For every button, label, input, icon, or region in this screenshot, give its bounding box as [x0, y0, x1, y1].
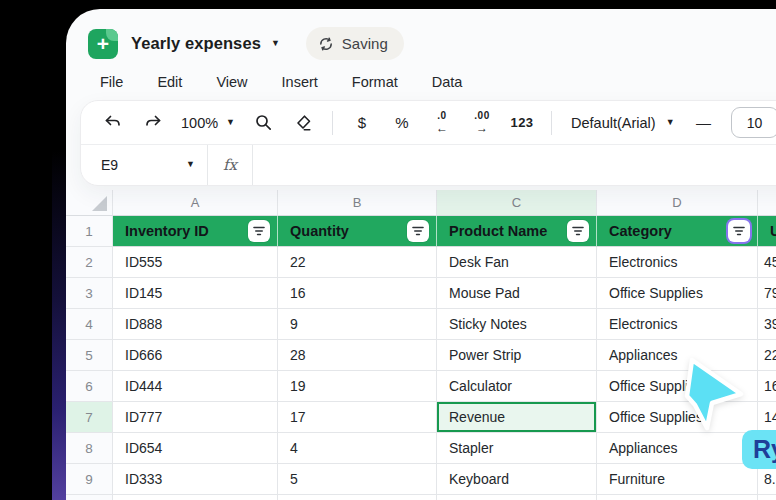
- cell[interactable]: [758, 495, 776, 500]
- row-header[interactable]: 6: [66, 371, 113, 402]
- number-format-button[interactable]: 123: [504, 107, 540, 139]
- column-header-row: A B C D E: [66, 190, 776, 216]
- filter-icon[interactable]: [248, 220, 270, 242]
- header-cell-quantity[interactable]: Quantity: [278, 216, 437, 247]
- cell[interactable]: 22: [758, 340, 776, 371]
- cell[interactable]: ID666: [113, 340, 278, 371]
- search-button[interactable]: [245, 107, 281, 139]
- font-family-selector[interactable]: Default(Arial) ▼: [563, 115, 683, 131]
- cell[interactable]: [597, 495, 758, 500]
- column-header-b[interactable]: B: [278, 190, 437, 216]
- column-header-a[interactable]: A: [113, 190, 278, 216]
- cell[interactable]: Calculator: [437, 371, 597, 402]
- menu-view[interactable]: View: [216, 74, 247, 90]
- fx-icon: fx: [208, 145, 252, 185]
- row-header[interactable]: 5: [66, 340, 113, 371]
- cell[interactable]: Stapler: [437, 433, 597, 464]
- cell[interactable]: 16: [758, 371, 776, 402]
- cell[interactable]: Furniture: [597, 464, 758, 495]
- column-header-d[interactable]: D: [597, 190, 758, 216]
- search-icon: [254, 113, 273, 132]
- header-cell-category[interactable]: Category: [597, 216, 758, 247]
- name-box[interactable]: E9 ▼: [81, 145, 207, 185]
- clear-format-button[interactable]: [285, 107, 321, 139]
- filter-icon[interactable]: [567, 220, 589, 242]
- decrease-font-size-button[interactable]: —: [687, 114, 721, 131]
- cell[interactable]: Mouse Pad: [437, 278, 597, 309]
- zoom-control[interactable]: 100% ▼: [175, 115, 241, 131]
- cell-reference: E9: [101, 157, 118, 173]
- cell[interactable]: Desk Fan: [437, 247, 597, 278]
- undo-button[interactable]: [95, 107, 131, 139]
- saving-label: Saving: [342, 35, 388, 52]
- cell[interactable]: 45: [758, 247, 776, 278]
- menu-format[interactable]: Format: [352, 74, 398, 90]
- saving-status[interactable]: Saving: [306, 27, 404, 60]
- toolbar-card: 100% ▼ $ % .0: [80, 100, 776, 186]
- row-header[interactable]: 3: [66, 278, 113, 309]
- currency-format-button[interactable]: $: [344, 107, 380, 139]
- cell[interactable]: ID145: [113, 278, 278, 309]
- cell[interactable]: ID555: [113, 247, 278, 278]
- cell[interactable]: 5: [278, 464, 437, 495]
- decrease-decimal-button[interactable]: .0 ←: [424, 107, 460, 139]
- cell[interactable]: Office Supplies: [597, 278, 758, 309]
- row-header[interactable]: 8: [66, 433, 113, 464]
- sheets-logo-icon: +: [88, 29, 118, 59]
- cell[interactable]: 4: [278, 433, 437, 464]
- filter-icon-active[interactable]: [728, 220, 750, 242]
- cell[interactable]: 39: [758, 309, 776, 340]
- cell[interactable]: [437, 495, 597, 500]
- row-header[interactable]: 4: [66, 309, 113, 340]
- cell[interactable]: Electronics: [597, 309, 758, 340]
- menu-file[interactable]: File: [100, 74, 123, 90]
- cell[interactable]: [278, 495, 437, 500]
- cell[interactable]: ID444: [113, 371, 278, 402]
- partial-row: [66, 495, 776, 500]
- row-header[interactable]: 9: [66, 464, 113, 495]
- cell[interactable]: [113, 495, 278, 500]
- table-row: 4 ID888 9 Sticky Notes Electronics 39: [66, 309, 776, 340]
- font-size-box[interactable]: 10: [731, 107, 776, 138]
- cell[interactable]: Electronics: [597, 247, 758, 278]
- document-title[interactable]: Yearly expenses: [131, 34, 261, 53]
- cell[interactable]: 14: [758, 402, 776, 433]
- cell[interactable]: 17: [278, 402, 437, 433]
- cell[interactable]: 9: [278, 309, 437, 340]
- cell[interactable]: 16: [278, 278, 437, 309]
- cell[interactable]: 22: [278, 247, 437, 278]
- cell[interactable]: Appliances: [597, 433, 758, 464]
- table-header-row: 1 Inventory ID Quantity Product Name: [66, 216, 776, 247]
- formula-bar: E9 ▼ fx: [81, 144, 776, 185]
- title-caret-icon[interactable]: ▼: [271, 38, 280, 48]
- cell[interactable]: 28: [278, 340, 437, 371]
- cell[interactable]: Keyboard: [437, 464, 597, 495]
- column-header-e[interactable]: E: [758, 190, 776, 216]
- redo-button[interactable]: [135, 107, 171, 139]
- cell[interactable]: Power Strip: [437, 340, 597, 371]
- row-header[interactable]: 2: [66, 247, 113, 278]
- select-all-corner[interactable]: [66, 190, 113, 216]
- toolbar-divider: [332, 111, 333, 135]
- row-header-selected[interactable]: 7: [66, 402, 113, 433]
- menu-edit[interactable]: Edit: [157, 74, 182, 90]
- menu-data[interactable]: Data: [432, 74, 463, 90]
- corner-triangle-icon: [92, 196, 107, 211]
- cell[interactable]: ID777: [113, 402, 278, 433]
- header-cell-unit-price[interactable]: Unit Price: [758, 216, 776, 247]
- column-header-c[interactable]: C: [437, 190, 597, 216]
- cell[interactable]: 79: [758, 278, 776, 309]
- cell[interactable]: 19: [278, 371, 437, 402]
- menu-insert[interactable]: Insert: [282, 74, 318, 90]
- selected-cell[interactable]: Revenue: [437, 402, 597, 433]
- filter-icon[interactable]: [407, 220, 429, 242]
- percent-format-button[interactable]: %: [384, 107, 420, 139]
- header-cell-inventory-id[interactable]: Inventory ID: [113, 216, 278, 247]
- row-header-1[interactable]: 1: [66, 216, 113, 247]
- cell[interactable]: Sticky Notes: [437, 309, 597, 340]
- cell[interactable]: ID333: [113, 464, 278, 495]
- header-cell-product-name[interactable]: Product Name: [437, 216, 597, 247]
- cell[interactable]: ID654: [113, 433, 278, 464]
- cell[interactable]: ID888: [113, 309, 278, 340]
- increase-decimal-button[interactable]: .00 →: [464, 107, 500, 139]
